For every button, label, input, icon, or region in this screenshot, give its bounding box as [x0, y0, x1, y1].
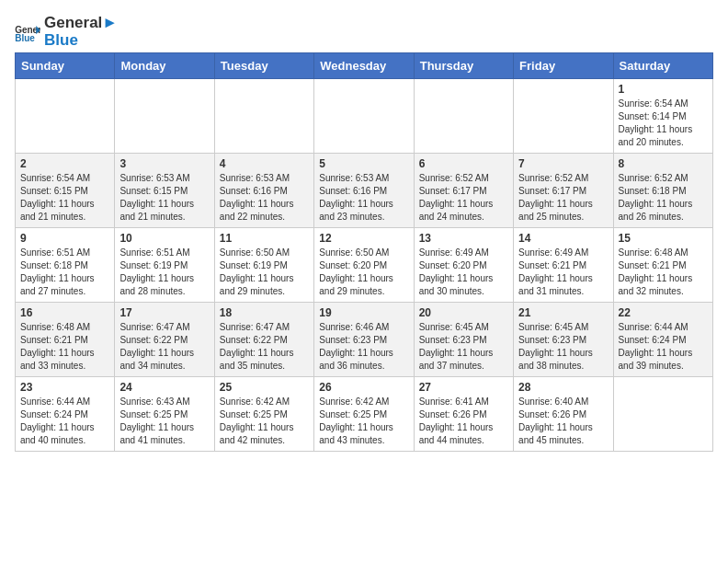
- day-info: Sunrise: 6:44 AM Sunset: 6:24 PM Dayligh…: [20, 396, 109, 447]
- calendar-cell: 10Sunrise: 6:51 AM Sunset: 6:19 PM Dayli…: [115, 228, 214, 303]
- calendar-cell: [613, 377, 712, 452]
- calendar-cell: 3Sunrise: 6:53 AM Sunset: 6:15 PM Daylig…: [115, 154, 214, 228]
- day-info: Sunrise: 6:54 AM Sunset: 6:14 PM Dayligh…: [619, 98, 708, 149]
- calendar-cell: 11Sunrise: 6:50 AM Sunset: 6:19 PM Dayli…: [214, 228, 313, 303]
- calendar-cell: 7Sunrise: 6:52 AM Sunset: 6:17 PM Daylig…: [514, 154, 613, 228]
- calendar-cell: [514, 79, 613, 154]
- day-number: 11: [220, 232, 309, 245]
- day-info: Sunrise: 6:50 AM Sunset: 6:20 PM Dayligh…: [319, 247, 408, 298]
- calendar-cell: 8Sunrise: 6:52 AM Sunset: 6:18 PM Daylig…: [613, 154, 712, 228]
- day-info: Sunrise: 6:51 AM Sunset: 6:18 PM Dayligh…: [20, 247, 109, 298]
- day-number: 13: [419, 232, 508, 245]
- logo-general-text: General►: [44, 15, 118, 32]
- logo-icon: General Blue: [15, 23, 40, 41]
- day-info: Sunrise: 6:41 AM Sunset: 6:26 PM Dayligh…: [419, 396, 508, 447]
- calendar-week-4: 16Sunrise: 6:48 AM Sunset: 6:21 PM Dayli…: [16, 303, 713, 377]
- weekday-header-tuesday: Tuesday: [214, 53, 313, 79]
- calendar-week-3: 9Sunrise: 6:51 AM Sunset: 6:18 PM Daylig…: [16, 228, 713, 303]
- calendar-cell: 24Sunrise: 6:43 AM Sunset: 6:25 PM Dayli…: [115, 377, 214, 452]
- day-info: Sunrise: 6:53 AM Sunset: 6:16 PM Dayligh…: [220, 172, 309, 224]
- calendar-cell: [16, 79, 115, 154]
- day-info: Sunrise: 6:40 AM Sunset: 6:26 PM Dayligh…: [518, 396, 608, 447]
- day-info: Sunrise: 6:53 AM Sunset: 6:15 PM Dayligh…: [119, 172, 209, 224]
- day-info: Sunrise: 6:43 AM Sunset: 6:25 PM Dayligh…: [119, 396, 209, 447]
- calendar-week-1: 1Sunrise: 6:54 AM Sunset: 6:14 PM Daylig…: [16, 79, 713, 154]
- logo-blue-text: Blue: [44, 32, 118, 50]
- day-number: 26: [319, 381, 408, 394]
- day-number: 28: [518, 381, 608, 394]
- day-number: 19: [319, 306, 408, 319]
- calendar-cell: 19Sunrise: 6:46 AM Sunset: 6:23 PM Dayli…: [314, 303, 414, 377]
- calendar-cell: 22Sunrise: 6:44 AM Sunset: 6:24 PM Dayli…: [613, 303, 712, 377]
- day-number: 24: [119, 381, 209, 394]
- day-info: Sunrise: 6:47 AM Sunset: 6:22 PM Dayligh…: [119, 321, 209, 373]
- calendar-header-row: SundayMondayTuesdayWednesdayThursdayFrid…: [16, 53, 713, 79]
- calendar-cell: 9Sunrise: 6:51 AM Sunset: 6:18 PM Daylig…: [16, 228, 115, 303]
- calendar-cell: 23Sunrise: 6:44 AM Sunset: 6:24 PM Dayli…: [16, 377, 115, 452]
- day-info: Sunrise: 6:54 AM Sunset: 6:15 PM Dayligh…: [20, 172, 109, 224]
- day-info: Sunrise: 6:49 AM Sunset: 6:20 PM Dayligh…: [419, 247, 508, 298]
- day-number: 4: [220, 157, 309, 170]
- day-info: Sunrise: 6:44 AM Sunset: 6:24 PM Dayligh…: [619, 321, 708, 373]
- day-number: 7: [518, 157, 608, 170]
- day-info: Sunrise: 6:52 AM Sunset: 6:17 PM Dayligh…: [518, 172, 608, 224]
- day-number: 8: [619, 157, 708, 170]
- day-number: 6: [419, 157, 508, 170]
- day-info: Sunrise: 6:51 AM Sunset: 6:19 PM Dayligh…: [119, 247, 209, 298]
- day-number: 21: [518, 306, 608, 319]
- weekday-header-monday: Monday: [115, 53, 214, 79]
- day-number: 20: [419, 306, 508, 319]
- calendar-cell: 18Sunrise: 6:47 AM Sunset: 6:22 PM Dayli…: [214, 303, 313, 377]
- day-info: Sunrise: 6:53 AM Sunset: 6:16 PM Dayligh…: [319, 172, 408, 224]
- day-info: Sunrise: 6:48 AM Sunset: 6:21 PM Dayligh…: [20, 321, 109, 373]
- weekday-header-friday: Friday: [514, 53, 613, 79]
- weekday-header-thursday: Thursday: [414, 53, 513, 79]
- calendar-cell: [414, 79, 513, 154]
- day-number: 15: [619, 232, 708, 245]
- day-info: Sunrise: 6:45 AM Sunset: 6:23 PM Dayligh…: [518, 321, 608, 373]
- calendar-cell: [115, 79, 214, 154]
- calendar-week-2: 2Sunrise: 6:54 AM Sunset: 6:15 PM Daylig…: [16, 154, 713, 228]
- weekday-header-saturday: Saturday: [613, 53, 712, 79]
- calendar-cell: 12Sunrise: 6:50 AM Sunset: 6:20 PM Dayli…: [314, 228, 414, 303]
- day-info: Sunrise: 6:49 AM Sunset: 6:21 PM Dayligh…: [518, 247, 608, 298]
- calendar-cell: 1Sunrise: 6:54 AM Sunset: 6:14 PM Daylig…: [613, 79, 712, 154]
- calendar-cell: 17Sunrise: 6:47 AM Sunset: 6:22 PM Dayli…: [115, 303, 214, 377]
- calendar-cell: 6Sunrise: 6:52 AM Sunset: 6:17 PM Daylig…: [414, 154, 513, 228]
- day-number: 18: [220, 306, 309, 319]
- calendar-cell: 2Sunrise: 6:54 AM Sunset: 6:15 PM Daylig…: [16, 154, 115, 228]
- weekday-header-wednesday: Wednesday: [314, 53, 414, 79]
- day-number: 2: [20, 157, 109, 170]
- day-info: Sunrise: 6:45 AM Sunset: 6:23 PM Dayligh…: [419, 321, 508, 373]
- day-info: Sunrise: 6:46 AM Sunset: 6:23 PM Dayligh…: [319, 321, 408, 373]
- calendar-cell: 26Sunrise: 6:42 AM Sunset: 6:25 PM Dayli…: [314, 377, 414, 452]
- day-info: Sunrise: 6:42 AM Sunset: 6:25 PM Dayligh…: [319, 396, 408, 447]
- day-number: 16: [20, 306, 109, 319]
- day-number: 1: [619, 83, 708, 96]
- calendar-cell: [314, 79, 414, 154]
- calendar-cell: 5Sunrise: 6:53 AM Sunset: 6:16 PM Daylig…: [314, 154, 414, 228]
- weekday-header-sunday: Sunday: [16, 53, 115, 79]
- day-info: Sunrise: 6:47 AM Sunset: 6:22 PM Dayligh…: [220, 321, 309, 373]
- calendar-cell: [214, 79, 313, 154]
- calendar-cell: 4Sunrise: 6:53 AM Sunset: 6:16 PM Daylig…: [214, 154, 313, 228]
- calendar-cell: 20Sunrise: 6:45 AM Sunset: 6:23 PM Dayli…: [414, 303, 513, 377]
- calendar-cell: 15Sunrise: 6:48 AM Sunset: 6:21 PM Dayli…: [613, 228, 712, 303]
- day-number: 14: [518, 232, 608, 245]
- day-number: 22: [619, 306, 708, 319]
- calendar-cell: 21Sunrise: 6:45 AM Sunset: 6:23 PM Dayli…: [514, 303, 613, 377]
- day-number: 9: [20, 232, 109, 245]
- day-info: Sunrise: 6:48 AM Sunset: 6:21 PM Dayligh…: [619, 247, 708, 298]
- day-info: Sunrise: 6:42 AM Sunset: 6:25 PM Dayligh…: [220, 396, 309, 447]
- calendar-cell: 14Sunrise: 6:49 AM Sunset: 6:21 PM Dayli…: [514, 228, 613, 303]
- day-info: Sunrise: 6:50 AM Sunset: 6:19 PM Dayligh…: [220, 247, 309, 298]
- day-number: 5: [319, 157, 408, 170]
- day-number: 27: [419, 381, 508, 394]
- day-info: Sunrise: 6:52 AM Sunset: 6:17 PM Dayligh…: [419, 172, 508, 224]
- day-number: 10: [119, 232, 209, 245]
- calendar-cell: 13Sunrise: 6:49 AM Sunset: 6:20 PM Dayli…: [414, 228, 513, 303]
- day-number: 17: [119, 306, 209, 319]
- day-number: 23: [20, 381, 109, 394]
- day-info: Sunrise: 6:52 AM Sunset: 6:18 PM Dayligh…: [619, 172, 708, 224]
- calendar-cell: 27Sunrise: 6:41 AM Sunset: 6:26 PM Dayli…: [414, 377, 513, 452]
